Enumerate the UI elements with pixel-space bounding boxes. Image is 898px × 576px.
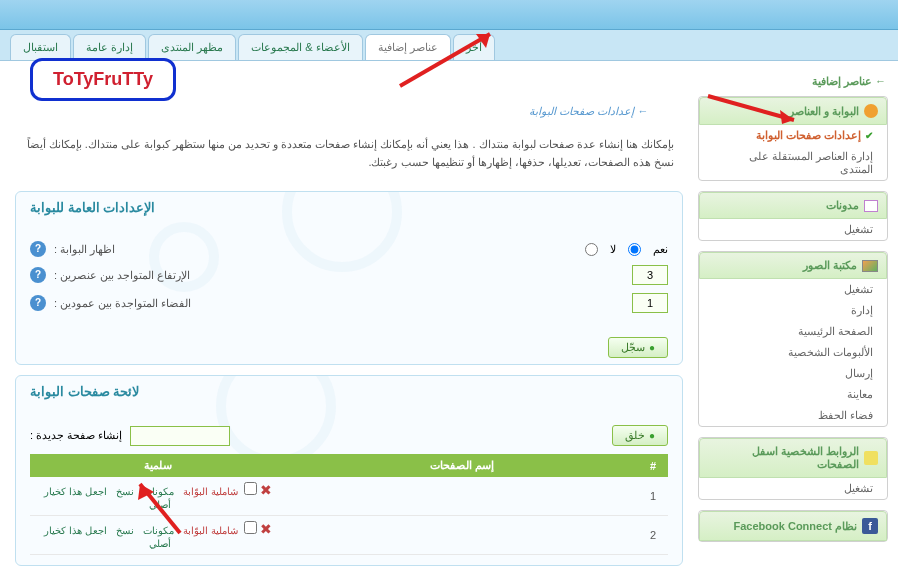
- show-portal-yes[interactable]: [628, 243, 641, 256]
- cell-num: 2: [638, 516, 668, 555]
- sidebar-item-footer-enable[interactable]: تشغيل: [699, 478, 887, 499]
- pages-table: # إسم الصفحات سلمية 1 ✖ شاملية البوّابة …: [30, 454, 668, 555]
- sidebar: ← عناصر إضافية البوابة و العناصر ✔إعدادا…: [698, 71, 888, 576]
- f2-label: الإرتفاع المتواجد بين عنصرين :: [54, 269, 624, 282]
- side-head-footer: الروابط الشخصية اسفل الصفحات: [699, 438, 887, 478]
- sidebar-title: ← عناصر إضافية: [698, 71, 888, 96]
- delete-icon[interactable]: ✖: [260, 482, 272, 498]
- act-components[interactable]: نسخ: [116, 486, 134, 497]
- help-icon[interactable]: ?: [30, 241, 46, 257]
- check-icon: ✔: [865, 130, 873, 141]
- cell-name: [286, 516, 638, 555]
- side-head-portal: البوابة و العناصر: [699, 97, 887, 125]
- save-button[interactable]: ●سجّل: [608, 337, 668, 358]
- th-name: إسم الصفحات: [286, 454, 638, 477]
- blog-icon: [864, 200, 878, 212]
- cell-name: [286, 477, 638, 516]
- act-components[interactable]: نسخ: [116, 525, 134, 536]
- help-icon[interactable]: ?: [30, 267, 46, 283]
- act-default[interactable]: شاملية البوّابة: [183, 486, 238, 497]
- delete-icon[interactable]: ✖: [260, 521, 272, 537]
- sidebar-item-g1[interactable]: إدارة: [699, 300, 887, 321]
- sidebar-item-blog-enable[interactable]: تشغيل: [699, 219, 887, 240]
- f1-label: اظهار البوابة :: [54, 243, 573, 256]
- side-group-fb: fنظام Facebook Connect: [698, 510, 888, 542]
- th-actions: سلمية: [30, 454, 286, 477]
- sidebar-item-g4[interactable]: إرسال: [699, 363, 887, 384]
- act-copy[interactable]: مكونات: [143, 486, 174, 497]
- side-head-blogs: مدونات: [699, 192, 887, 219]
- side-group-gallery: مكتبة الصور تشغيل إدارة الصفحة الرئيسية …: [698, 251, 888, 427]
- f3-label: الفضاء المتواجدة بين عمودين :: [54, 297, 624, 310]
- page-description: بإمكانك هنا إنشاء عدة صفحات لبوابة منتدا…: [10, 126, 688, 181]
- logo-annotation: ToTyFruTTy: [30, 58, 176, 101]
- th-num: #: [638, 454, 668, 477]
- tab-other[interactable]: آخر: [453, 34, 495, 60]
- height-input[interactable]: [632, 265, 668, 285]
- tab-members[interactable]: الأعضاء & المجموعات: [238, 34, 362, 60]
- row-checkbox[interactable]: [244, 482, 257, 495]
- tab-home[interactable]: استقبال: [10, 34, 71, 60]
- side-head-fb: fنظام Facebook Connect: [699, 511, 887, 541]
- create-button[interactable]: ●خلق: [612, 425, 668, 446]
- tab-bar: آخر عناصر إضافية الأعضاء & المجموعات مظه…: [0, 30, 898, 61]
- tab-appearance[interactable]: مظهر المنتدى: [148, 34, 236, 60]
- page-subtitle: ← إعدادات صفحات البوابة: [10, 99, 688, 126]
- act-default[interactable]: شاملية البوّابة: [183, 525, 238, 536]
- link-icon: [864, 451, 878, 465]
- sidebar-item-g2[interactable]: الصفحة الرئيسية: [699, 321, 887, 342]
- cell-num: 1: [638, 477, 668, 516]
- opt-no-label: لا: [610, 243, 616, 256]
- picture-icon: [862, 260, 878, 272]
- table-row: 1 ✖ شاملية البوّابة مكونات نسخ اجعل هذا …: [30, 477, 668, 516]
- sidebar-item-widgets[interactable]: إدارة العناصر المستقلة على المنتدى: [699, 146, 887, 180]
- side-head-gallery: مكتبة الصور: [699, 252, 887, 279]
- tab-extras[interactable]: عناصر إضافية: [365, 34, 451, 60]
- side-group-footer-links: الروابط الشخصية اسفل الصفحات تشغيل: [698, 437, 888, 500]
- tab-general[interactable]: إدارة عامة: [73, 34, 146, 60]
- sec1-title: الإعدادات العامة للبوابة: [16, 192, 682, 223]
- side-group-blogs: مدونات تشغيل: [698, 191, 888, 241]
- globe-icon: [864, 104, 878, 118]
- sidebar-item-portal-settings[interactable]: ✔إعدادات صفحات البوابة: [699, 125, 887, 146]
- sidebar-item-g5[interactable]: معاينة: [699, 384, 887, 405]
- content-area: البوابة و العناصر ← إعدادات صفحات البواب…: [10, 71, 688, 576]
- sec2-title: لائحة صفحات البوابة: [16, 376, 682, 407]
- sidebar-item-g0[interactable]: تشغيل: [699, 279, 887, 300]
- help-icon[interactable]: ?: [30, 295, 46, 311]
- new-page-input[interactable]: [130, 426, 230, 446]
- sidebar-item-g6[interactable]: فضاء الحفظ: [699, 405, 887, 426]
- table-row: 2 ✖ شاملية البوّابة مكونات نسخ اجعل هذا …: [30, 516, 668, 555]
- act-copy[interactable]: مكونات: [143, 525, 174, 536]
- space-input[interactable]: [632, 293, 668, 313]
- section-portal-pages: لائحة صفحات البوابة ●خلق إنشاء صفحة جديد…: [15, 375, 683, 566]
- opt-yes-label: نعم: [653, 243, 668, 256]
- facebook-icon: f: [862, 518, 878, 534]
- section-general-settings: الإعدادات العامة للبوابة نعم لا اظهار ال…: [15, 191, 683, 365]
- row-checkbox[interactable]: [244, 521, 257, 534]
- sidebar-item-g3[interactable]: الألبومات الشخصية: [699, 342, 887, 363]
- show-portal-no[interactable]: [585, 243, 598, 256]
- new-page-label: إنشاء صفحة جديدة :: [30, 429, 122, 442]
- side-group-portal: البوابة و العناصر ✔إعدادات صفحات البوابة…: [698, 96, 888, 181]
- top-bar: [0, 0, 898, 30]
